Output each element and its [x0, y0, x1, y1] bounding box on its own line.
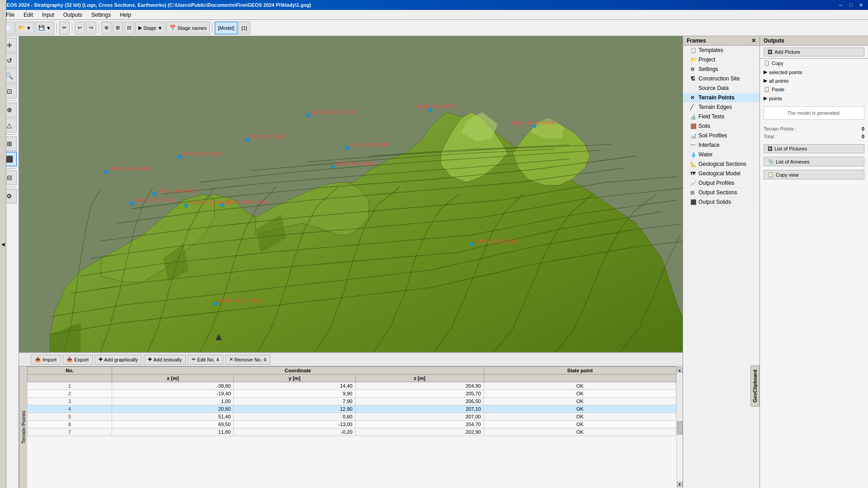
- frame-label: Output Solids: [698, 199, 731, 205]
- scrollbar-thumb[interactable]: [677, 421, 683, 435]
- frame-item-terrain-edges[interactable]: ╱Terrain Edges: [683, 103, 760, 112]
- table-row[interactable]: 5 51,40 0,60 207,00 OK: [28, 413, 676, 421]
- menu-outputs[interactable]: Outputs: [59, 10, 86, 19]
- add-picture-button[interactable]: 🖼 Add Picture: [764, 47, 864, 56]
- open-icon: 📂: [19, 25, 25, 31]
- cell-y: 9,90: [234, 390, 355, 398]
- frame-label: Soil Profiles: [698, 132, 727, 139]
- copy-button[interactable]: 📋 Copy: [760, 59, 868, 68]
- close-button[interactable]: ✕: [856, 1, 865, 9]
- undo-icon: ↩: [78, 25, 82, 31]
- undo-button[interactable]: ↩: [75, 22, 85, 34]
- main-toolbar: 📄 📂▼ 💾▼ ✏ ↩ ↪ ⊕ ⊞ ⊟ ▶ Stage▼ 📅 Stage nam…: [0, 20, 868, 36]
- grid-button[interactable]: ⊟: [124, 22, 134, 34]
- frame-label: Output Profiles: [698, 180, 734, 186]
- col-y[interactable]: y [m]: [234, 375, 355, 382]
- separator-2: [72, 23, 72, 33]
- cell-no: 7: [28, 428, 112, 436]
- frame-icon: 🔬: [690, 114, 697, 120]
- frame-item-output-profiles[interactable]: 📈Output Profiles: [683, 178, 760, 188]
- remove-no-button[interactable]: ✕ Remove No. 4: [225, 355, 270, 365]
- export-icon: 📤: [66, 357, 73, 362]
- edit-button[interactable]: ✏: [59, 22, 70, 34]
- frame-item-source-data[interactable]: 📄Source Data: [683, 84, 760, 93]
- model-button[interactable]: [Model]: [215, 22, 237, 34]
- frame-item-terrain-points[interactable]: ✕Terrain Points: [683, 93, 760, 103]
- cell-x: 1,00: [112, 398, 234, 405]
- 3d-viewport[interactable]: -38,90; 14,40; 204,90 -19,40; 9,90; 205,…: [19, 36, 683, 352]
- list-annexes-button[interactable]: 📎 List of Annexes: [764, 157, 864, 166]
- minimize-button[interactable]: ─: [836, 1, 845, 9]
- frame-item-project[interactable]: 📁Project: [683, 55, 760, 65]
- paste-button[interactable]: 📋 Paste: [760, 85, 868, 94]
- copy-icon: 📋: [764, 60, 770, 66]
- open-button[interactable]: 📂▼: [15, 22, 34, 34]
- col-z[interactable]: z [m]: [355, 375, 484, 382]
- table-row[interactable]: 6 69,50 -13,00 204,70 OK: [28, 421, 676, 428]
- frame-item-field-tests[interactable]: 🔬Field Tests: [683, 112, 760, 122]
- frame-item-output-solids[interactable]: ⬛Output Solids: [683, 197, 760, 207]
- frame-item-water[interactable]: 💧Water: [683, 150, 760, 160]
- frame-label: Settings: [698, 66, 718, 72]
- frame-item-settings[interactable]: ⚙Settings: [683, 65, 760, 74]
- frame-item-geological-sections[interactable]: 📐Geological Sections: [683, 160, 760, 169]
- point-button[interactable]: ⊕: [101, 22, 112, 34]
- frame-item-templates[interactable]: 📋Templates: [683, 46, 760, 55]
- crosshair-button[interactable]: ⊞: [113, 22, 123, 34]
- frames-close-icon[interactable]: ✕: [751, 38, 756, 44]
- data-table-wrapper[interactable]: No. Coordinate State point x [m] y [m] z…: [27, 366, 676, 488]
- stage-names-button[interactable]: 📅 Stage names: [166, 22, 210, 34]
- export-button[interactable]: 📤 Export: [62, 355, 93, 365]
- all-points-expand[interactable]: ▶ all points: [760, 76, 868, 85]
- col-state[interactable]: State point: [484, 367, 676, 375]
- frame-item-soil-profiles[interactable]: 📊Soil Profiles: [683, 131, 760, 141]
- geo-clipboard-tab[interactable]: GeoClipboard: [750, 366, 760, 407]
- add-textually-button[interactable]: ✚ Add textually: [144, 355, 186, 365]
- edit-no-button[interactable]: ✏ Edit No. 4: [188, 355, 223, 365]
- cell-y: 0,60: [234, 413, 355, 421]
- table-row[interactable]: 1 -38,90 14,40 204,90 OK: [28, 382, 676, 390]
- frame-item-interface[interactable]: 〰Interface: [683, 141, 760, 150]
- menu-input[interactable]: Input: [38, 10, 58, 19]
- total-stat-value: 0: [862, 134, 864, 139]
- col-no[interactable]: No.: [28, 367, 112, 375]
- frame-item-geological-model[interactable]: 🗺Geological Model: [683, 169, 760, 178]
- terrain-svg: [19, 36, 683, 352]
- frame-label: Output Sections: [698, 189, 737, 196]
- table-row[interactable]: 7 11,80 -0,20 202,90 OK: [28, 428, 676, 436]
- scroll-up[interactable]: ▲: [677, 367, 683, 373]
- col-coord[interactable]: Coordinate: [112, 367, 484, 375]
- point-icon: ⊕: [104, 25, 108, 31]
- window-controls[interactable]: ─ □ ✕: [836, 1, 865, 9]
- redo-button[interactable]: ↪: [86, 22, 96, 34]
- cell-z: 207,10: [355, 405, 484, 413]
- panel-collapse-button[interactable]: ◀: [0, 0, 6, 488]
- list-pictures-button[interactable]: 🖼 List of Pictures: [764, 144, 864, 153]
- menu-help[interactable]: Help: [116, 10, 135, 19]
- table-row[interactable]: 4 20,80 12,90 207,10 OK: [28, 405, 676, 413]
- save-button[interactable]: 💾▼: [35, 22, 54, 34]
- import-icon: 📥: [35, 357, 41, 362]
- import-button[interactable]: 📥 Import: [31, 355, 61, 365]
- frame-num-button[interactable]: [1]: [238, 22, 250, 34]
- frame-item-construction-site[interactable]: 🏗Construction Site: [683, 74, 760, 84]
- menu-edit[interactable]: Edit: [19, 10, 37, 19]
- cell-x: -38,90: [112, 382, 234, 390]
- points-expand[interactable]: ▶ points: [760, 94, 868, 103]
- edit-icon: ✏: [62, 25, 66, 31]
- frame-icon: 🏗: [690, 76, 697, 81]
- copy-view-button[interactable]: 📋 Copy view: [764, 170, 864, 179]
- frame-item-output-sections[interactable]: ⊟Output Sections: [683, 188, 760, 197]
- table-row[interactable]: 2 -19,40 9,90 205,70 OK: [28, 390, 676, 398]
- terrain-points-table: No. Coordinate State point x [m] y [m] z…: [27, 366, 676, 436]
- selected-points-expand[interactable]: ▶ selected points: [760, 68, 868, 76]
- add-graphically-button[interactable]: ✚ Add graphically: [94, 355, 142, 365]
- stage-button[interactable]: ▶ Stage▼: [135, 22, 166, 34]
- maximize-button[interactable]: □: [846, 1, 855, 9]
- frame-icon: 🗺: [690, 171, 697, 176]
- col-x[interactable]: x [m]: [112, 375, 234, 382]
- frame-item-soils[interactable]: 🟫Soils: [683, 122, 760, 131]
- menu-settings[interactable]: Settings: [87, 10, 115, 19]
- table-row[interactable]: 3 1,00 7,90 206,50 OK: [28, 398, 676, 405]
- scroll-down[interactable]: ▼: [677, 482, 683, 487]
